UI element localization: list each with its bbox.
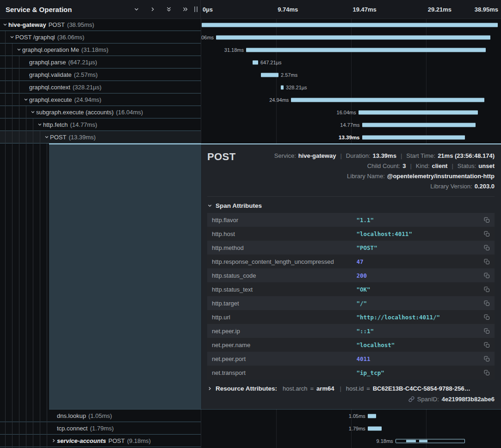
span-duration-label: 16.04ms <box>334 110 359 115</box>
resource-value: BC62E13B-C4CC-5854-9788-256… <box>373 385 470 392</box>
copy-icon[interactable] <box>482 286 490 292</box>
attribute-key: net.peer.port <box>212 355 357 362</box>
ruler-tick: 38.95ms <box>475 6 498 13</box>
detail-meta-value: 3 <box>402 162 406 169</box>
attribute-value: "http://localhost:4011/" <box>357 314 482 321</box>
service-operation-header: Service & Operation <box>0 0 201 19</box>
link-icon[interactable] <box>408 396 414 402</box>
chevrons-right-icon[interactable] <box>181 6 189 13</box>
copy-icon[interactable] <box>482 259 490 265</box>
span-timeline-cell: 13.39ms <box>201 131 501 143</box>
span-row-name: subgraph.execute (accounts) (16.04ms) <box>0 106 201 118</box>
span-rows: dns.lookup (1.05ms) 1.05ms tcp.connect (… <box>0 410 501 447</box>
span-bar[interactable] <box>202 23 498 27</box>
chevron-down-icon[interactable] <box>43 135 50 139</box>
copy-icon[interactable] <box>482 273 490 279</box>
span-service-name: service-accounts <box>57 437 106 444</box>
span-bar[interactable] <box>291 98 484 102</box>
span-bar[interactable] <box>253 60 258 64</box>
chevron-down-icon <box>207 203 212 208</box>
span-row[interactable]: graphql.operation Me (31.18ms) 31.18ms <box>0 44 501 56</box>
copy-icon[interactable] <box>482 300 490 306</box>
chevron-right-icon[interactable] <box>149 6 156 13</box>
span-duration: (1.79ms) <box>90 425 114 432</box>
span-bar[interactable] <box>359 110 478 114</box>
span-operation-name: graphql.execute <box>29 96 72 103</box>
span-row[interactable]: tcp.connect (1.79ms) 1.79ms <box>0 422 501 435</box>
span-bar[interactable] <box>362 135 465 139</box>
span-row[interactable]: http.fetch (14.77ms) 14.77ms <box>0 118 501 131</box>
span-duration-label: 1.79ms <box>346 426 368 431</box>
span-detail-header: POST Service:hive-gateway|Duration:13.39… <box>207 151 495 192</box>
span-bar[interactable] <box>362 123 476 127</box>
attribute-row: http.target "/" <box>207 296 495 310</box>
span-bar[interactable] <box>396 439 465 443</box>
indent-guide <box>5 31 6 448</box>
panel-title: Service & Operation <box>6 6 72 13</box>
span-bar[interactable] <box>281 85 284 89</box>
copy-icon[interactable] <box>482 370 490 376</box>
copy-icon[interactable] <box>482 328 490 334</box>
detail-meta-label: Child Count: <box>367 162 401 169</box>
span-row[interactable]: service-accounts POST (9.18ms) 9.18ms <box>0 435 501 447</box>
chevron-down-icon[interactable] <box>23 97 29 102</box>
span-timeline-cell: 16.04ms <box>201 106 501 118</box>
attribute-value: "ip_tcp" <box>357 369 482 376</box>
span-bar[interactable] <box>246 48 486 52</box>
chevron-down-icon[interactable] <box>133 6 140 13</box>
span-row-name: POST (13.39ms) <box>0 131 201 143</box>
attribute-key: http.status_code <box>212 272 357 279</box>
meta-line: Service:hive-gateway|Duration:13.39ms|St… <box>274 151 495 161</box>
chevron-down-icon[interactable] <box>37 122 43 127</box>
span-row[interactable]: POST /graphql (36.06ms) 36.06ms <box>0 31 501 44</box>
resource-value: arm64 <box>316 385 334 392</box>
attribute-key: http.url <box>212 314 357 321</box>
chevron-down-icon[interactable] <box>9 35 15 39</box>
span-row[interactable]: dns.lookup (1.05ms) 1.05ms <box>0 410 501 422</box>
span-bar[interactable] <box>216 35 490 39</box>
span-duration: (9.18ms) <box>127 437 151 444</box>
timeline-ruler: 0µs 9.74ms 19.47ms 29.21ms 38.95ms <box>201 0 501 19</box>
copy-icon[interactable] <box>482 217 490 223</box>
detail-meta-label: Start Time: <box>406 152 435 159</box>
span-operation-name: dns.lookup <box>57 412 86 419</box>
chevron-down-icon[interactable] <box>2 22 8 27</box>
span-bar[interactable] <box>368 426 382 430</box>
copy-icon[interactable] <box>482 356 490 362</box>
attribute-row: http.status_text "OK" <box>207 282 495 296</box>
resource-attributes-toggle[interactable]: Resource Attributes: <box>207 385 277 392</box>
span-attributes-section: Span Attributes http.flavor "1.1" http.h… <box>207 196 495 380</box>
span-row[interactable]: graphql.validate (2.57ms) 2.57ms <box>0 68 501 81</box>
span-duration: (31.18ms) <box>81 46 109 53</box>
span-row[interactable]: graphql.parse (647.21µs) 647.21µs <box>0 56 501 68</box>
chevron-right-icon[interactable] <box>51 437 56 444</box>
copy-icon[interactable] <box>482 314 490 320</box>
resource-attributes-line: Resource Attributes: host.arch=arm64|hos… <box>207 385 495 392</box>
detail-meta-label: Duration: <box>346 152 371 159</box>
span-row[interactable]: POST (13.39ms) 13.39ms <box>0 131 501 143</box>
span-duration: (2.57ms) <box>74 71 98 78</box>
copy-icon[interactable] <box>482 245 490 251</box>
attribute-key: http.status_text <box>212 286 357 293</box>
span-attributes-toggle[interactable]: Span Attributes <box>207 202 495 209</box>
span-bar[interactable] <box>261 73 278 77</box>
span-row[interactable]: subgraph.execute (accounts) (16.04ms) 16… <box>0 106 501 118</box>
copy-icon[interactable] <box>482 342 490 348</box>
span-bar[interactable] <box>368 414 376 418</box>
span-row[interactable]: hive-gateway POST (38.95ms) 38.95ms <box>0 19 501 31</box>
span-row[interactable]: graphql.execute (24.94ms) 24.94ms <box>0 93 501 106</box>
chevron-down-icon[interactable] <box>30 110 36 114</box>
chevron-down-icon[interactable] <box>16 47 22 52</box>
attribute-key: http.host <box>212 230 357 237</box>
meta-line: Child Count:3|Kind:client|Status:unset <box>274 161 495 171</box>
copy-icon[interactable] <box>482 231 490 237</box>
column-resizer-handle[interactable] <box>194 6 198 12</box>
detail-meta-value: 21ms (23:56:48.174) <box>438 152 495 159</box>
span-detail-meta: Service:hive-gateway|Duration:13.39ms|St… <box>274 151 495 192</box>
chevrons-down-icon[interactable] <box>165 6 173 13</box>
span-row[interactable]: graphql.context (328.21µs) 328.21µs <box>0 81 501 93</box>
attribute-row: http.host "localhost:4011" <box>207 227 495 241</box>
attribute-row: http.status_code 200 <box>207 268 495 282</box>
span-operation-name: POST <box>108 437 124 444</box>
span-timeline-cell: 328.21µs <box>201 81 501 93</box>
